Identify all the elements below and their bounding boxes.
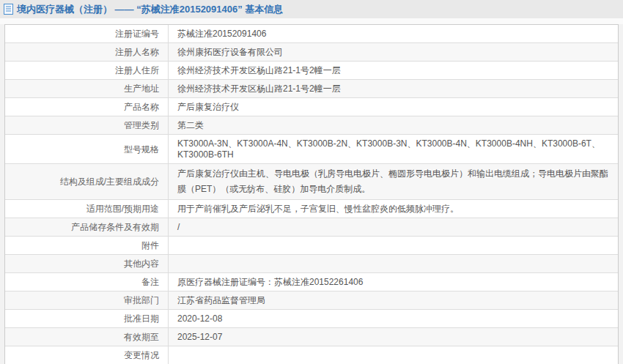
row-value: 江苏省药品监督管理局	[169, 291, 618, 309]
table-row-change-status: 变更情况	[5, 346, 618, 364]
row-value: KT3000A-3N、KT3000A-4N、KT3000B-2N、KT3000B…	[169, 135, 618, 163]
row-value	[169, 255, 618, 272]
table-row-valid-until: 有效期至 2025-12-07	[5, 328, 618, 346]
row-label: 型号规格	[5, 135, 169, 163]
table-row-production-address: 生产地址 徐州经济技术开发区杨山路21-1号2幢一层	[5, 80, 618, 98]
row-label: 产品名称	[5, 98, 169, 116]
row-value: 产后康复治疗仪由主机、导电电极（乳房导电电极片、椭圆形导电电极片）和输出电缆组成…	[169, 164, 618, 199]
table-row-registrant-name: 注册人名称 徐州康拓医疗设备有限公司	[5, 43, 618, 62]
table-row-intended-use: 适用范围/预期用途 用于产前催乳及产后泌乳不足，子宫复旧、慢性盆腔炎的低频脉冲理…	[5, 200, 618, 218]
document-icon	[4, 4, 13, 15]
row-value: 徐州经济技术开发区杨山路21-1号2幢一层	[169, 80, 618, 97]
table-row-product-name: 产品名称 产后康复治疗仪	[5, 98, 618, 116]
row-label: 附件	[5, 237, 169, 254]
row-value: 徐州康拓医疗设备有限公司	[169, 43, 618, 61]
row-value	[169, 237, 618, 254]
row-value: /	[169, 218, 618, 236]
row-label: 产品储存条件及有效期	[5, 218, 169, 236]
row-value: 产后康复治疗仪	[169, 98, 618, 116]
table-row-registrant-address: 注册人住所 徐州经济技术开发区杨山路21-1号2幢一层	[5, 62, 618, 80]
row-label: 结构及组成/主要组成成分	[5, 164, 169, 199]
row-label: 备注	[5, 273, 169, 291]
row-label: 有效期至	[5, 328, 169, 346]
table-row-remarks: 备注 原医疗器械注册证编号：苏械注准20152261406	[5, 273, 618, 291]
row-label: 批准日期	[5, 310, 169, 327]
row-label: 管理类别	[5, 116, 169, 134]
table-row-approval-date: 批准日期 2020-12-08	[5, 310, 618, 328]
table-row-model-spec: 型号规格 KT3000A-3N、KT3000A-4N、KT3000B-2N、KT…	[5, 135, 618, 164]
table-row-management-category: 管理类别 第二类	[5, 116, 618, 135]
page-title: 境内医疗器械（注册） —— “苏械注准20152091406” 基本信息	[17, 3, 283, 16]
registration-info-table: 注册证编号 苏械注准20152091406 注册人名称 徐州康拓医疗设备有限公司…	[4, 24, 619, 364]
row-value: 徐州经济技术开发区杨山路21-1号2幢一层	[169, 62, 618, 79]
row-value: 第二类	[169, 116, 618, 134]
row-label: 注册人名称	[5, 43, 169, 61]
table-row-other-content: 其他内容	[5, 255, 618, 273]
page-header: 境内医疗器械（注册） —— “苏械注准20152091406” 基本信息	[0, 0, 623, 18]
row-value	[169, 346, 618, 364]
table-row-structure-composition: 结构及组成/主要组成成分 产后康复治疗仪由主机、导电电极（乳房导电电极片、椭圆形…	[5, 164, 618, 200]
table-row-certificate-number: 注册证编号 苏械注准20152091406	[5, 25, 618, 43]
table-row-attachment: 附件	[5, 237, 618, 255]
row-value: 原医疗器械注册证编号：苏械注准20152261406	[169, 273, 618, 291]
header-gap	[0, 18, 623, 24]
table-row-storage-validity: 产品储存条件及有效期 /	[5, 218, 618, 237]
row-value: 2025-12-07	[169, 328, 618, 346]
row-label: 变更情况	[5, 346, 169, 364]
row-value: 苏械注准20152091406	[169, 25, 618, 42]
table-row-approval-department: 审批部门 江苏省药品监督管理局	[5, 291, 618, 310]
row-value: 用于产前催乳及产后泌乳不足，子宫复旧、慢性盆腔炎的低频脉冲理疗。	[169, 200, 618, 218]
row-label: 其他内容	[5, 255, 169, 272]
row-value: 2020-12-08	[169, 310, 618, 327]
row-label: 审批部门	[5, 291, 169, 309]
row-label: 生产地址	[5, 80, 169, 97]
row-label: 适用范围/预期用途	[5, 200, 169, 218]
row-label: 注册人住所	[5, 62, 169, 79]
row-label: 注册证编号	[5, 25, 169, 42]
